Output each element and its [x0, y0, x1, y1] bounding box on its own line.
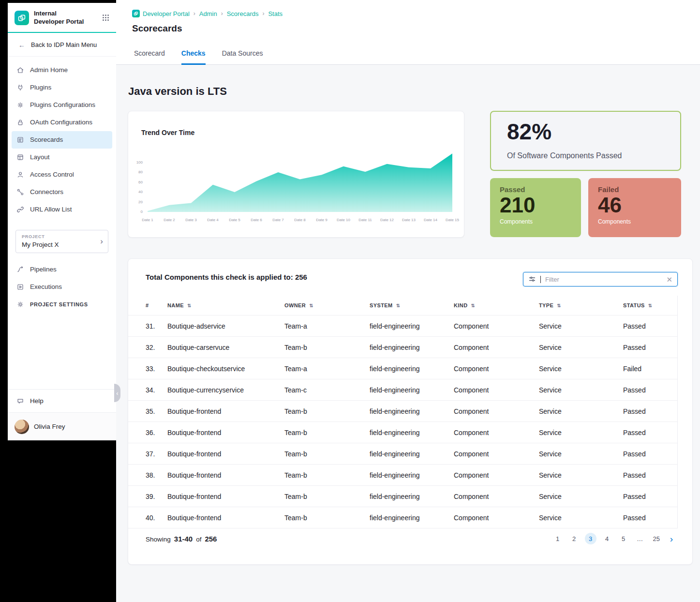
cell-row-number: 34. [146, 386, 167, 394]
page-button[interactable]: … [634, 533, 646, 544]
breadcrumb-item[interactable]: Stats [268, 10, 283, 17]
help-button[interactable]: Help [8, 389, 116, 412]
breadcrumb-item[interactable]: Scorecards [227, 10, 265, 17]
table-row[interactable]: 39. Boutique-frontend Team-b field-engin… [128, 485, 677, 507]
app-root: Developer Portal Admin Scorecards [0, 0, 700, 602]
page-button[interactable]: 5 [618, 533, 629, 544]
table-row[interactable]: 32. Boutique-carservuce Team-b field-eng… [128, 336, 677, 358]
y-tick-label: 0 [141, 210, 143, 214]
table-row[interactable]: 38. Boutique-frontend Team-b field-engin… [128, 464, 677, 485]
close-icon[interactable]: ✕ [666, 276, 672, 283]
project-selector[interactable]: PROJECT My Project X › [15, 230, 108, 253]
sort-icon[interactable]: ⇅ [396, 303, 401, 308]
sidebar-nav-item[interactable]: Connectors [12, 183, 112, 201]
tab-label: Checks [181, 49, 206, 57]
nav-item-label: OAuth Configurations [30, 119, 92, 126]
tab[interactable]: Data Sources [222, 49, 263, 65]
cell-row-number: 35. [146, 407, 167, 415]
user-menu[interactable]: Olivia Frey [8, 412, 116, 440]
sort-icon[interactable]: ⇅ [187, 303, 192, 308]
table-row[interactable]: 36. Boutique-frontend Team-b field-engin… [128, 421, 677, 443]
column-label: OWNER [284, 302, 306, 308]
sort-icon[interactable]: ⇅ [557, 303, 561, 308]
person-icon [16, 171, 24, 179]
column-header[interactable]: KIND ⇅ [454, 302, 539, 308]
filter-input[interactable] [545, 276, 662, 283]
nav-item-label: Executions [30, 283, 62, 290]
nav-item-label: Connectors [30, 188, 63, 196]
table-footer: Showing 31-40 of 256 1 2 [146, 528, 673, 549]
sidebar-nav-item[interactable]: PROJECT SETTINGS [12, 296, 112, 313]
x-tick-label: Date 13 [402, 218, 416, 222]
nav-item-label: Plugins [30, 84, 51, 91]
cell-row-number: 40. [146, 514, 167, 522]
sidebar-nav-item[interactable]: Layout [12, 149, 112, 166]
cell-owner: Team-a [284, 365, 370, 373]
page-number: … [637, 535, 643, 542]
sidebar-nav-item[interactable]: Plugins Configurations [12, 96, 112, 114]
column-header[interactable]: SYSTEM ⇅ [370, 302, 454, 308]
sort-icon[interactable]: ⇅ [648, 303, 653, 308]
brand-header[interactable]: Internal Developer Portal [8, 3, 116, 32]
table-row[interactable]: 37. Boutique-frontend Team-b field-engin… [128, 443, 677, 464]
column-header[interactable]: STATUS ⇅ [623, 302, 678, 308]
sidebar-nav-item[interactable]: URL Allow List [12, 201, 112, 218]
trend-title: Trend Over Time [141, 129, 194, 136]
passed-value: 210 [500, 194, 571, 216]
back-arrow-icon: ← [18, 41, 25, 49]
sidebar-nav-item[interactable]: Plugins [12, 79, 112, 96]
table-row[interactable]: 31. Boutique-adservice Team-a field-engi… [128, 315, 677, 336]
page-button[interactable]: 3 [585, 533, 596, 544]
table-body: 31. Boutique-adservice Team-a field-engi… [128, 315, 677, 528]
layout-icon [16, 153, 24, 161]
sort-icon[interactable]: ⇅ [309, 303, 313, 308]
cell-owner: Team-b [284, 344, 370, 351]
cell-system: field-engineering [370, 386, 454, 394]
breadcrumb-label: Stats [268, 10, 283, 17]
column-header[interactable]: # [146, 302, 167, 308]
next-page-icon[interactable]: › [670, 534, 673, 543]
page-button[interactable]: 2 [568, 533, 580, 544]
page-button[interactable]: 4 [601, 533, 613, 544]
project-nav: Pipelines Executions PROJECT SETTINGS [8, 253, 116, 313]
column-header[interactable]: OWNER ⇅ [284, 302, 370, 308]
tab[interactable]: Scorecard [134, 49, 165, 65]
sidebar-nav-item[interactable]: Pipelines [12, 261, 112, 278]
sidebar-nav-item[interactable]: Access Control [12, 166, 112, 183]
cell-row-number: 39. [146, 493, 167, 500]
sidebar-nav-item[interactable]: Admin Home [12, 61, 112, 79]
page-button[interactable]: 25 [651, 533, 662, 544]
cell-kind: Component [454, 407, 539, 415]
sidebar-nav-item[interactable]: Executions [12, 278, 112, 296]
check-heading: Java version is LTS [128, 85, 227, 98]
breadcrumb-item[interactable]: Developer Portal [132, 10, 195, 17]
cell-name: Boutique-currencyservice [167, 386, 284, 394]
table-row[interactable]: 34. Boutique-currencyservice Team-c fiel… [128, 379, 677, 400]
sort-icon[interactable]: ⇅ [471, 303, 476, 308]
cell-kind: Component [454, 429, 539, 436]
column-header[interactable]: TYPE ⇅ [539, 302, 623, 308]
x-tick-label: Date 3 [185, 218, 197, 222]
cell-name: Boutique-frontend [167, 429, 284, 436]
back-to-main-menu-button[interactable]: ← Back to IDP Main Menu [8, 33, 116, 57]
sidebar-nav-item[interactable]: Scorecards [12, 131, 112, 149]
cell-system: field-engineering [370, 471, 454, 479]
y-tick-label: 40 [138, 190, 143, 194]
project-name: My Project X [22, 241, 96, 248]
home-icon [16, 66, 24, 74]
column-header[interactable]: NAME ⇅ [167, 302, 284, 308]
table-row[interactable]: 40. Boutique-frontend Team-b field-engin… [128, 507, 677, 528]
tab[interactable]: Checks [181, 49, 206, 65]
nav-item-label: PROJECT SETTINGS [30, 301, 88, 307]
table-row[interactable]: 35. Boutique-frontend Team-b field-engin… [128, 400, 677, 421]
cell-kind: Component [454, 450, 539, 458]
page-button[interactable]: 1 [552, 533, 564, 544]
cell-kind: Component [454, 514, 539, 522]
sidebar-nav-item[interactable]: OAuth Configurations [12, 114, 112, 131]
app-switcher-grid-icon[interactable] [101, 13, 110, 22]
breadcrumb-item[interactable]: Admin [199, 10, 223, 17]
table-row[interactable]: 33. Boutique-checkoutservice Team-a fiel… [128, 358, 677, 379]
filter-icon[interactable] [528, 275, 536, 283]
pagination: 1 2 3 4 [552, 533, 662, 544]
cell-system: field-engineering [370, 365, 454, 373]
